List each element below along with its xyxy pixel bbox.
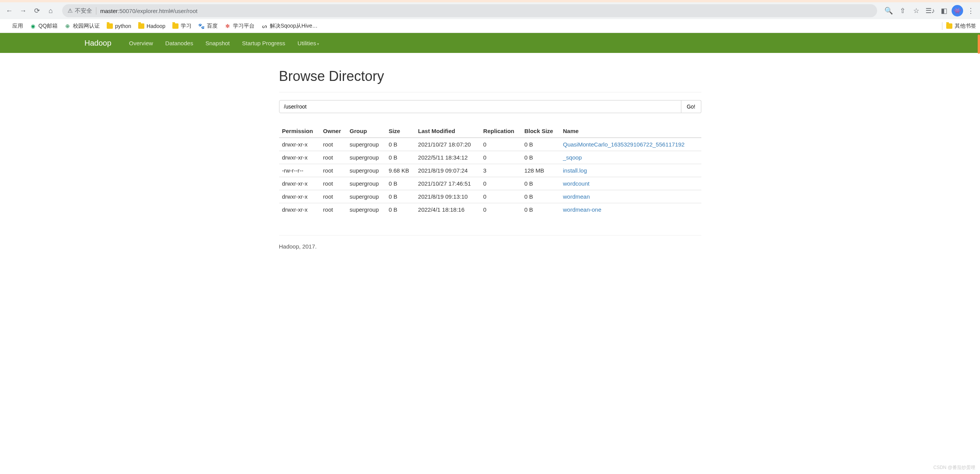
bookmark-platform[interactable]: ✻ 学习平台	[225, 23, 255, 30]
cell-owner: root	[320, 190, 347, 203]
cell-name: _sqoop	[560, 151, 701, 164]
bookmark-study[interactable]: 学习	[172, 23, 192, 30]
cell-blocksize: 128 MB	[521, 164, 560, 177]
bookmark-campus[interactable]: ⊕ 校园网认证	[64, 23, 100, 30]
apps-label: 应用	[12, 23, 23, 30]
bookmark-hadoop[interactable]: Hadoop	[138, 23, 165, 29]
cell-size: 0 B	[385, 138, 415, 151]
table-row: drwxr-xr-xrootsupergroup0 B2021/8/19 09:…	[279, 190, 701, 203]
apps-icon	[4, 23, 10, 29]
cell-replication: 3	[480, 164, 521, 177]
col-size: Size	[385, 125, 415, 138]
share-icon[interactable]: ⇧	[896, 5, 909, 17]
cell-group: supergroup	[347, 164, 386, 177]
bookmark-sqoop[interactable]: ᔕ 解决Sqoop从Hive…	[261, 23, 318, 30]
insecure-icon: ⚠	[68, 7, 73, 14]
folder-icon	[172, 23, 178, 29]
cell-replication: 0	[480, 190, 521, 203]
home-button[interactable]: ⌂	[45, 5, 57, 17]
col-blocksize: Block Size	[521, 125, 560, 138]
cell-modified: 2021/8/19 09:07:24	[415, 164, 480, 177]
cell-name: wordmean	[560, 190, 701, 203]
apps-shortcut[interactable]: 应用	[4, 23, 23, 30]
cell-blocksize: 0 B	[521, 203, 560, 216]
col-permission: Permission	[279, 125, 320, 138]
cell-replication: 0	[480, 177, 521, 190]
bookmark-baidu[interactable]: 🐾 百度	[198, 23, 218, 30]
col-owner: Owner	[320, 125, 347, 138]
bookmark-star-icon[interactable]: ☆	[910, 5, 922, 17]
baidu-icon: 🐾	[198, 23, 205, 29]
cell-group: supergroup	[347, 203, 386, 216]
nav-datanodes[interactable]: Datanodes	[159, 40, 200, 46]
cell-permission: drwxr-xr-x	[279, 177, 320, 190]
cell-group: supergroup	[347, 138, 386, 151]
cell-replication: 0	[480, 151, 521, 164]
footer: Hadoop, 2017.	[279, 235, 701, 250]
address-bar[interactable]: ⚠ 不安全 master:50070/explorer.html#/user/r…	[62, 4, 877, 17]
file-link[interactable]: wordmean-one	[563, 206, 602, 213]
file-link[interactable]: wordmean	[563, 193, 590, 200]
cell-modified: 2021/10/27 17:46:51	[415, 177, 480, 190]
browser-toolbar: ← → ⟳ ⌂ ⚠ 不安全 master:50070/explorer.html…	[0, 2, 980, 19]
cell-name: wordmean-one	[560, 203, 701, 216]
page-title: Browse Directory	[279, 68, 701, 84]
cell-size: 0 B	[385, 151, 415, 164]
path-input[interactable]	[279, 100, 681, 113]
cell-replication: 0	[480, 203, 521, 216]
hadoop-navbar: Hadoop Overview Datanodes Snapshot Start…	[0, 33, 980, 53]
profile-avatar[interactable]: 👾	[952, 5, 963, 16]
cell-group: supergroup	[347, 190, 386, 203]
folder-icon	[946, 23, 952, 29]
chevron-down-icon: ▾	[317, 42, 319, 46]
other-bookmarks[interactable]: 其他书签	[946, 23, 976, 30]
go-button[interactable]: Go!	[681, 100, 701, 113]
cell-permission: drwxr-xr-x	[279, 190, 320, 203]
cell-owner: root	[320, 177, 347, 190]
cell-owner: root	[320, 151, 347, 164]
nav-startup[interactable]: Startup Progress	[236, 40, 292, 46]
nav-utilities[interactable]: Utilities▾	[291, 40, 325, 46]
table-row: drwxr-xr-xrootsupergroup0 B2022/5/11 18:…	[279, 151, 701, 164]
cell-blocksize: 0 B	[521, 190, 560, 203]
side-panel-icon[interactable]: ◧	[938, 5, 950, 17]
cell-permission: drwxr-xr-x	[279, 203, 320, 216]
cell-size: 0 B	[385, 190, 415, 203]
cell-group: supergroup	[347, 151, 386, 164]
cell-owner: root	[320, 203, 347, 216]
zoom-icon[interactable]: 🔍	[882, 5, 895, 17]
back-button[interactable]: ←	[3, 5, 15, 17]
cell-modified: 2022/5/11 18:34:12	[415, 151, 480, 164]
table-row: drwxr-xr-xrootsupergroup0 B2022/4/1 18:1…	[279, 203, 701, 216]
cell-replication: 0	[480, 138, 521, 151]
folder-icon	[107, 23, 113, 29]
forward-button[interactable]: →	[17, 5, 29, 17]
qqmail-icon: ◉	[30, 23, 36, 29]
cell-permission: drwxr-xr-x	[279, 138, 320, 151]
table-row: drwxr-xr-xrootsupergroup0 B2021/10/27 18…	[279, 138, 701, 151]
brand[interactable]: Hadoop	[84, 39, 111, 48]
col-name: Name	[560, 125, 701, 138]
cell-group: supergroup	[347, 177, 386, 190]
nav-snapshot[interactable]: Snapshot	[199, 40, 236, 46]
bookmark-qqmail[interactable]: ◉ QQ邮箱	[30, 23, 58, 30]
url-path: :50070/explorer.html#/user/root	[118, 8, 198, 14]
bookmark-python[interactable]: python	[107, 23, 131, 29]
col-replication: Replication	[480, 125, 521, 138]
cell-size: 0 B	[385, 203, 415, 216]
file-link[interactable]: _sqoop	[563, 154, 582, 161]
file-link[interactable]: QuasiMonteCarlo_1635329106722_556117192	[563, 141, 685, 148]
cell-blocksize: 0 B	[521, 177, 560, 190]
cell-name: QuasiMonteCarlo_1635329106722_556117192	[560, 138, 701, 151]
file-link[interactable]: install.log	[563, 167, 587, 174]
bookmarks-bar: 应用 ◉ QQ邮箱 ⊕ 校园网认证 python Hadoop 学习 🐾 百度 …	[0, 19, 980, 33]
menu-icon[interactable]: ⋮	[965, 5, 977, 17]
folder-icon	[138, 23, 144, 29]
cell-modified: 2021/10/27 18:07:20	[415, 138, 480, 151]
reading-list-icon[interactable]: ☰♪	[924, 5, 936, 17]
reload-button[interactable]: ⟳	[31, 5, 43, 17]
nav-overview[interactable]: Overview	[123, 40, 159, 46]
file-link[interactable]: wordcount	[563, 180, 590, 187]
insecure-label: 不安全	[75, 7, 92, 15]
col-group: Group	[347, 125, 386, 138]
